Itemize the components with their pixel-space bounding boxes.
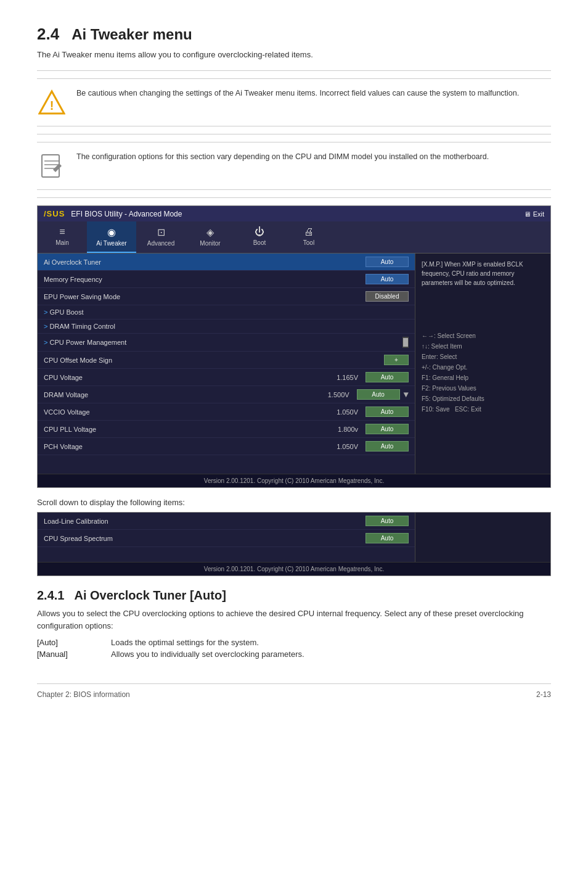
row-gpu-boost[interactable]: > GPU Boost [38,305,415,320]
bios-mini-version-bar: Version 2.00.1201. Copyright (C) 2010 Am… [38,562,550,576]
epu-power-value[interactable]: Disabled [365,291,409,302]
svg-rect-2 [42,155,59,177]
nav-advanced[interactable]: ⊡ Advanced [136,221,186,253]
cpu-voltage-label: CPU Voltage [44,374,324,381]
cpu-offset-sign-label: CPU Offset Mode Sign [44,357,384,364]
cpu-voltage-value-area: 1.165V Auto [324,372,409,382]
vccio-voltage-value[interactable]: Auto [365,406,409,417]
ai-overclock-label: Ai Overclock Tuner [44,258,365,266]
bios-version-bar: Version 2.00.1201. Copyright (C) 2010 Am… [38,474,550,487]
subsection-number: 2.4.1 [37,588,64,603]
section-number: 2.4 [37,25,59,44]
memory-freq-label: Memory Frequency [44,276,365,283]
help-text: [X.M.P.] When XMP is enabled BCLK freque… [422,260,544,287]
key-help-text: ←→: Select Screen ↑↓: Select Item Enter:… [422,331,544,415]
bios-mini-right [415,513,550,562]
monitor-icon: ◈ [206,226,214,238]
option-manual: [Manual] Allows you to individually set … [37,650,551,659]
dram-voltage-value-area: 1.500V Auto ▼ [316,389,409,400]
footer-left: Chapter 2: BIOS information [37,690,130,699]
row-cpu-power-mgmt[interactable]: > CPU Power Management [38,334,415,352]
bios-empty-space [38,455,415,474]
cpu-offset-sign-value-area: + [384,355,409,365]
divider-3 [37,197,551,198]
bios-titlebar: /SUS EFI BIOS Utility - Advanced Mode 🖥 … [38,206,550,221]
note-icon [37,151,67,181]
ai-tweaker-icon: ◉ [107,226,116,238]
bios-title: EFI BIOS Utility - Advanced Mode [71,210,182,218]
dram-voltage-value[interactable]: Auto [357,389,400,400]
divider-1 [37,70,551,71]
bios-scrollable: Ai Overclock Tuner Auto Memory Frequency… [38,254,550,474]
subsection-heading: 2.4.1 Ai Overclock Tuner [Auto] [37,588,551,603]
row-memory-frequency[interactable]: Memory Frequency Auto [38,271,415,288]
row-cpu-pll-voltage[interactable]: CPU PLL Voltage 1.800v Auto [38,421,415,438]
nav-ai-tweaker-label: Ai Tweaker [96,240,126,247]
dram-timing-label: > DRAM Timing Control [44,323,409,330]
cpu-spread-spectrum-value[interactable]: Auto [365,533,409,543]
load-line-label: Load-Line Calibration [44,518,365,525]
note-text: The configuration options for this secti… [76,151,489,163]
row-dram-voltage[interactable]: DRAM Voltage 1.500V Auto ▼ [38,386,415,403]
option-manual-key: [Manual] [37,650,92,659]
warning-text: Be cautious when changing the settings o… [76,88,519,99]
memory-freq-value[interactable]: Auto [365,274,409,284]
row-pch-voltage[interactable]: PCH Voltage 1.050V Auto [38,438,415,455]
cpu-pll-voltage-value-area: 1.800v Auto [324,424,409,434]
bios-mini-main: Load-Line Calibration Auto CPU Spread Sp… [38,513,550,562]
cpu-pll-voltage-value[interactable]: Auto [365,424,409,434]
vccio-voltage-num: 1.050V [324,408,358,416]
row-epu-power[interactable]: EPU Power Saving Mode Disabled [38,288,415,305]
nav-monitor[interactable]: ◈ Monitor [186,221,235,253]
row-cpu-voltage[interactable]: CPU Voltage 1.165V Auto [38,369,415,386]
boot-icon: ⏻ [255,226,264,237]
cpu-power-mgmt-label: > CPU Power Management [44,339,400,346]
row-vccio-voltage[interactable]: VCCIO Voltage 1.050V Auto [38,403,415,421]
option-auto: [Auto] Loads the optimal settings for th… [37,638,551,647]
cpu-offset-sign-value[interactable]: + [384,355,409,365]
nav-advanced-label: Advanced [147,240,174,247]
nav-tool[interactable]: 🖨 Tool [284,221,333,253]
scroll-note: Scroll down to display the following ite… [37,498,551,507]
footer-right: 2-13 [536,690,551,699]
option-auto-key: [Auto] [37,638,92,647]
pch-voltage-value[interactable]: Auto [365,441,409,452]
nav-boot[interactable]: ⏻ Boot [235,221,284,253]
ai-overclock-value[interactable]: Auto [365,257,409,267]
pch-voltage-label: PCH Voltage [44,443,324,450]
epu-power-label: EPU Power Saving Mode [44,293,365,300]
help-spacer [422,294,544,331]
main-icon: ≡ [59,226,65,237]
divider-2 [37,134,551,134]
advanced-icon: ⊡ [157,226,165,238]
mini-empty-space [38,547,415,559]
dram-voltage-label: DRAM Voltage [44,391,316,398]
cpu-voltage-value[interactable]: Auto [365,372,409,382]
bios-main-area: Ai Overclock Tuner Auto Memory Frequency… [38,254,550,474]
section-heading: 2.4 Ai Tweaker menu [37,25,551,44]
scrollbar-thumb [403,338,408,347]
row-cpu-spread-spectrum[interactable]: CPU Spread Spectrum Auto [38,530,415,547]
svg-text:!: ! [50,99,54,112]
warning-notice: ! Be cautious when changing the settings… [37,78,551,126]
row-cpu-offset-sign[interactable]: CPU Offset Mode Sign + [38,352,415,369]
cpu-pll-voltage-num: 1.800v [324,426,358,433]
bios-logo-area: /SUS EFI BIOS Utility - Advanced Mode [44,209,182,218]
epu-power-value-area: Disabled [365,291,409,302]
nav-monitor-label: Monitor [200,240,220,247]
bios-mini-screenshot: Load-Line Calibration Auto CPU Spread Sp… [37,512,551,576]
cpu-spread-spectrum-value-area: Auto [365,533,409,543]
row-ai-overclock-tuner[interactable]: Ai Overclock Tuner Auto [38,254,415,271]
load-line-value[interactable]: Auto [365,516,409,526]
tool-icon: 🖨 [304,226,314,237]
dram-voltage-num: 1.500V [316,391,349,398]
row-load-line[interactable]: Load-Line Calibration Auto [38,513,415,530]
nav-ai-tweaker[interactable]: ◉ Ai Tweaker [87,221,136,253]
bios-rows: Ai Overclock Tuner Auto Memory Frequency… [38,254,550,474]
pch-voltage-num: 1.050V [324,443,358,450]
bios-help-panel: [X.M.P.] When XMP is enabled BCLK freque… [415,254,550,474]
nav-main[interactable]: ≡ Main [38,221,87,253]
bios-exit-button[interactable]: 🖥 Exit [524,210,544,218]
bios-rows-list: Ai Overclock Tuner Auto Memory Frequency… [38,254,415,474]
row-dram-timing[interactable]: > DRAM Timing Control [38,320,415,334]
